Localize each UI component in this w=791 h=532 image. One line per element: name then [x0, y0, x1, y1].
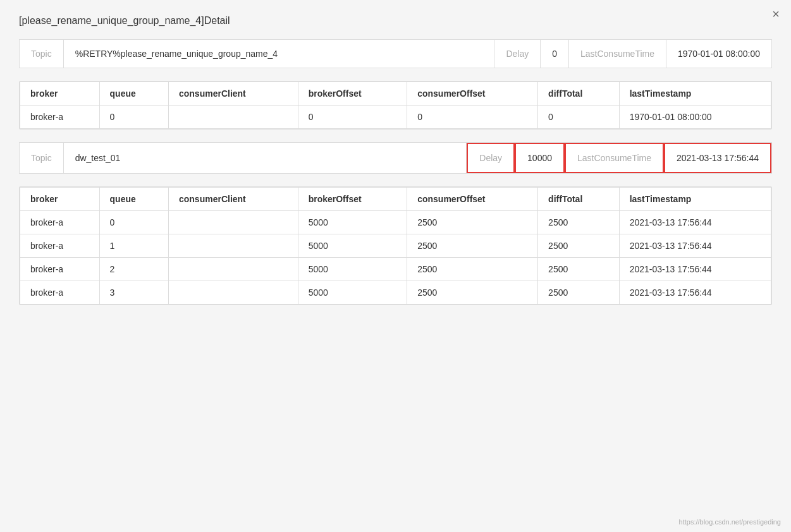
table-row: broker-a25000250025002021-03-13 17:56:44 — [20, 258, 771, 281]
cell-queue: 0 — [99, 106, 168, 129]
last-consume-label-cell-2: LastConsumeTime — [565, 143, 664, 173]
delay-value-cell-2: 10000 — [515, 143, 565, 173]
cell-lastTimestamp: 2021-03-13 17:56:44 — [619, 211, 771, 234]
last-consume-value-cell-1: 1970-01-01 08:00:00 — [666, 40, 771, 68]
cell-lastTimestamp: 1970-01-01 08:00:00 — [619, 106, 771, 129]
cell-consumerClient — [168, 234, 298, 258]
last-consume-label-1: LastConsumeTime — [580, 49, 654, 59]
cell-queue: 3 — [99, 281, 168, 305]
cell-queue: 1 — [99, 234, 168, 258]
cell-consumerClient — [168, 281, 298, 305]
col-broker-offset-2: brokerOffset — [298, 188, 407, 211]
cell-lastTimestamp: 2021-03-13 17:56:44 — [619, 281, 771, 305]
cell-queue: 0 — [99, 211, 168, 234]
cell-lastTimestamp: 2021-03-13 17:56:44 — [619, 234, 771, 258]
close-button[interactable]: × — [772, 8, 780, 20]
cell-brokerOffset: 5000 — [298, 281, 407, 305]
delay-cell-2: Delay — [467, 143, 515, 173]
cell-consumerOffset: 2500 — [407, 211, 538, 234]
col-last-timestamp-2: lastTimestamp — [619, 188, 771, 211]
table-header-row-2: broker queue consumerClient brokerOffset… — [20, 188, 771, 211]
cell-brokerOffset: 5000 — [298, 258, 407, 281]
topic-value-cell-1: %RETRY%please_rename_unique_group_name_4 — [64, 40, 495, 68]
table-row: broker-a15000250025002021-03-13 17:56:44 — [20, 234, 771, 258]
topic-label-cell-1: Topic — [20, 40, 64, 68]
col-broker-2: broker — [20, 188, 100, 211]
topic-label-1: Topic — [31, 49, 52, 59]
cell-broker: broker-a — [20, 211, 100, 234]
col-broker-offset-1: brokerOffset — [298, 82, 407, 106]
cell-brokerOffset: 5000 — [298, 234, 407, 258]
cell-diffTotal: 2500 — [538, 211, 620, 234]
col-consumer-offset-2: consumerOffset — [407, 188, 538, 211]
cell-diffTotal: 2500 — [538, 234, 620, 258]
table-section-2: broker queue consumerClient brokerOffset… — [19, 186, 772, 305]
delay-label-2: Delay — [479, 153, 502, 163]
cell-consumerOffset: 2500 — [407, 234, 538, 258]
col-consumer-client-2: consumerClient — [168, 188, 298, 211]
table-row: broker-a05000250025002021-03-13 17:56:44 — [20, 211, 771, 234]
col-broker-1: broker — [20, 82, 100, 106]
cell-consumerClient — [168, 106, 298, 129]
last-consume-label-2: LastConsumeTime — [577, 153, 651, 163]
watermark: https://blog.csdn.net/prestigeding — [679, 518, 781, 526]
delay-value-cell-1: 0 — [541, 40, 569, 68]
topic-info-section-1: Topic %RETRY%please_rename_unique_group_… — [19, 39, 772, 68]
topic-info-section-2: Topic dw_test_01 Delay 10000 LastConsume… — [19, 142, 772, 174]
table-header-row-1: broker queue consumerClient brokerOffset… — [20, 82, 771, 106]
cell-consumerClient — [168, 258, 298, 281]
cell-diffTotal: 2500 — [538, 281, 620, 305]
cell-broker: broker-a — [20, 234, 100, 258]
table-section-1: broker queue consumerClient brokerOffset… — [19, 81, 772, 130]
topic-value-2: dw_test_01 — [75, 153, 121, 163]
cell-brokerOffset: 5000 — [298, 211, 407, 234]
last-consume-value-cell-2: 2021-03-13 17:56:44 — [664, 143, 771, 173]
cell-diffTotal: 2500 — [538, 258, 620, 281]
delay-value-1: 0 — [552, 49, 557, 59]
cell-broker: broker-a — [20, 106, 100, 129]
delay-value-2: 10000 — [527, 153, 552, 163]
col-consumer-offset-1: consumerOffset — [407, 82, 538, 106]
data-table-2: broker queue consumerClient brokerOffset… — [20, 187, 771, 305]
col-queue-1: queue — [99, 82, 168, 106]
last-consume-label-cell-1: LastConsumeTime — [569, 40, 666, 68]
topic-label-cell-2: Topic — [20, 143, 64, 173]
modal-title: [please_rename_unique_group_name_4]Detai… — [19, 15, 772, 27]
topic-label-2: Topic — [31, 153, 52, 163]
cell-consumerOffset: 2500 — [407, 281, 538, 305]
col-queue-2: queue — [99, 188, 168, 211]
last-consume-value-1: 1970-01-01 08:00:00 — [678, 49, 760, 59]
last-consume-value-2: 2021-03-13 17:56:44 — [677, 153, 759, 163]
delay-label-1: Delay — [506, 49, 529, 59]
cell-lastTimestamp: 2021-03-13 17:56:44 — [619, 258, 771, 281]
col-diff-total-2: diffTotal — [538, 188, 620, 211]
cell-brokerOffset: 0 — [298, 106, 407, 129]
delay-cell-1: Delay — [494, 40, 541, 68]
cell-diffTotal: 0 — [538, 106, 620, 129]
cell-broker: broker-a — [20, 258, 100, 281]
modal: × [please_rename_unique_group_name_4]Det… — [0, 0, 791, 532]
cell-queue: 2 — [99, 258, 168, 281]
cell-consumerOffset: 0 — [407, 106, 538, 129]
col-diff-total-1: diffTotal — [538, 82, 620, 106]
topic-value-cell-2: dw_test_01 — [64, 143, 467, 173]
cell-consumerClient — [168, 211, 298, 234]
cell-consumerOffset: 2500 — [407, 258, 538, 281]
table-row: broker-a00001970-01-01 08:00:00 — [20, 106, 771, 129]
col-consumer-client-1: consumerClient — [168, 82, 298, 106]
data-table-1: broker queue consumerClient brokerOffset… — [20, 82, 771, 129]
cell-broker: broker-a — [20, 281, 100, 305]
table-row: broker-a35000250025002021-03-13 17:56:44 — [20, 281, 771, 305]
topic-value-1: %RETRY%please_rename_unique_group_name_4 — [75, 49, 278, 59]
col-last-timestamp-1: lastTimestamp — [619, 82, 771, 106]
